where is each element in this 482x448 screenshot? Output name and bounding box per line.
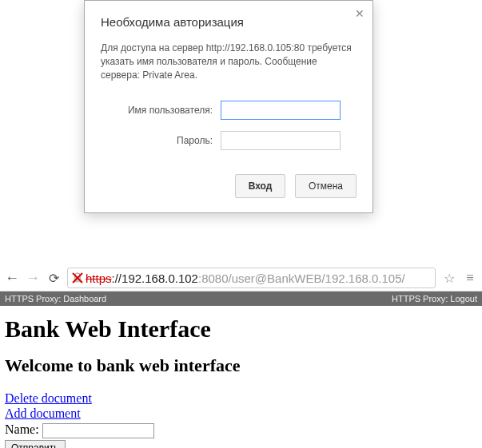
proxy-banner: HTTPS Proxy: Dashboard HTTPS Proxy: Logo…	[0, 291, 482, 306]
page-subtitle: Welcome to bank web interface	[5, 355, 477, 376]
dialog-title: Необходима авторизация	[101, 15, 357, 29]
url-text: https://192.168.0.102:8080/user@BankWEB/…	[86, 272, 405, 285]
delete-document-link[interactable]: Delete document	[5, 391, 92, 405]
cancel-button[interactable]: Отмена	[295, 174, 357, 198]
password-label: Пароль:	[101, 135, 221, 146]
url-path: :8080/user@BankWEB/192.168.0.105/	[198, 272, 405, 285]
login-button[interactable]: Вход	[235, 174, 286, 198]
bookmark-icon[interactable]: ☆	[442, 271, 456, 286]
name-input[interactable]	[42, 423, 154, 438]
dialog-message: Для доступа на сервер http://192.168.0.1…	[101, 42, 357, 81]
url-host: ://192.168.0.102	[112, 272, 198, 285]
page-body: Bank Web Interface Welcome to bank web i…	[0, 306, 482, 448]
auth-dialog: ✕ Необходима авторизация Для доступа на …	[84, 0, 373, 213]
username-input[interactable]	[221, 101, 341, 120]
url-scheme: https	[86, 272, 112, 285]
password-input[interactable]	[221, 131, 341, 150]
address-bar[interactable]: https://192.168.0.102:8080/user@BankWEB/…	[67, 268, 436, 288]
browser-toolbar: ← → ⟳ https://192.168.0.102:8080/user@Ba…	[0, 265, 482, 291]
add-document-link[interactable]: Add document	[5, 406, 81, 420]
page-title: Bank Web Interface	[5, 315, 477, 343]
username-label: Имя пользователя:	[101, 105, 221, 116]
back-icon[interactable]: ←	[5, 270, 19, 287]
proxy-logout-link[interactable]: HTTPS Proxy: Logout	[392, 294, 477, 303]
menu-icon[interactable]: ≡	[463, 271, 477, 285]
submit-button[interactable]: Отправить	[5, 440, 66, 448]
proxy-dashboard-link[interactable]: HTTPS Proxy: Dashboard	[5, 294, 106, 303]
name-label: Name:	[5, 422, 39, 436]
forward-icon[interactable]: →	[26, 270, 40, 287]
ssl-error-icon	[71, 272, 84, 284]
reload-icon[interactable]: ⟳	[46, 271, 61, 286]
close-icon[interactable]: ✕	[355, 7, 364, 20]
